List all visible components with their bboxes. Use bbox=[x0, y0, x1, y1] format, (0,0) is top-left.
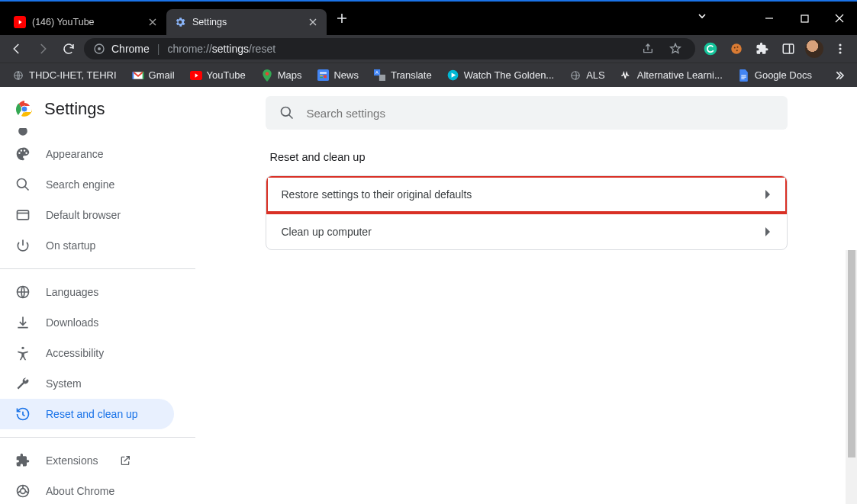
svg-point-38 bbox=[21, 489, 26, 494]
tab-settings[interactable]: Settings bbox=[166, 9, 327, 35]
chevron-right-icon bbox=[764, 189, 772, 200]
bookmarks-overflow[interactable] bbox=[826, 63, 851, 87]
bookmark-news[interactable]: News bbox=[311, 63, 365, 87]
shield-icon bbox=[15, 128, 31, 139]
nav-item-on-startup[interactable]: On startup bbox=[0, 230, 195, 261]
gmail-icon bbox=[132, 69, 144, 82]
svg-rect-9 bbox=[783, 44, 794, 53]
forward-button[interactable] bbox=[32, 38, 53, 59]
nav-item-extensions[interactable]: Extensions bbox=[0, 445, 195, 476]
section-title: Reset and clean up bbox=[270, 151, 794, 163]
settings-sidebar: Settings Appearance Search engine Defaul… bbox=[0, 87, 195, 504]
nav-label: About Chrome bbox=[46, 485, 114, 497]
nav-label: Accessibility bbox=[46, 347, 104, 359]
bookmark-watch-golden[interactable]: Watch The Golden... bbox=[441, 63, 561, 87]
tab-search-button[interactable] bbox=[697, 11, 707, 21]
nav-label: Extensions bbox=[46, 454, 98, 467]
nav-item-system[interactable]: System bbox=[0, 368, 195, 399]
nav-label: Appearance bbox=[46, 148, 104, 160]
svg-point-4 bbox=[704, 43, 717, 56]
close-icon[interactable] bbox=[147, 16, 159, 28]
nav-item-accessibility[interactable]: Accessibility bbox=[0, 338, 195, 368]
new-tab-button[interactable] bbox=[331, 8, 353, 29]
maximize-button[interactable] bbox=[787, 6, 822, 30]
bookmark-youtube[interactable]: YouTube bbox=[184, 63, 252, 87]
svg-rect-26 bbox=[742, 75, 746, 75]
gear-icon bbox=[174, 16, 186, 28]
profile-avatar[interactable] bbox=[804, 38, 825, 59]
row-clean-up-computer[interactable]: Clean up computer bbox=[266, 213, 787, 249]
search-input[interactable] bbox=[305, 106, 774, 120]
extension-grammarly-icon[interactable] bbox=[700, 38, 721, 59]
settings-page: Settings Appearance Search engine Defaul… bbox=[0, 87, 857, 504]
nav-divider bbox=[0, 268, 195, 269]
settings-title: Settings bbox=[44, 99, 105, 119]
row-label: Restore settings to their original defau… bbox=[282, 188, 472, 201]
nav-item-default-browser[interactable]: Default browser bbox=[0, 200, 195, 230]
bookmark-als[interactable]: ALS bbox=[563, 63, 611, 87]
nav-item-search-engine[interactable]: Search engine bbox=[0, 169, 195, 200]
bookmark-alternative-learning[interactable]: Alternative Learni... bbox=[614, 63, 729, 87]
bookmark-translate[interactable]: ATranslate bbox=[368, 63, 438, 87]
globe-icon bbox=[569, 69, 582, 82]
bookmark-maps[interactable]: Maps bbox=[255, 63, 308, 87]
extension-cookie-icon[interactable] bbox=[726, 38, 747, 59]
bookmark-docs[interactable]: Google Docs bbox=[732, 63, 818, 87]
tab-youtube[interactable]: (146) YouTube bbox=[6, 9, 166, 35]
settings-search[interactable] bbox=[266, 96, 788, 130]
svg-rect-34 bbox=[18, 210, 29, 220]
svg-point-5 bbox=[731, 43, 742, 54]
nav-item-downloads[interactable]: Downloads bbox=[0, 307, 195, 338]
docs-icon bbox=[738, 69, 750, 82]
back-button[interactable] bbox=[6, 38, 27, 59]
play-icon bbox=[447, 69, 459, 82]
svg-rect-16 bbox=[317, 69, 329, 81]
nav-label: Default browser bbox=[46, 209, 121, 221]
menu-button[interactable] bbox=[830, 38, 851, 59]
bookmarks-bar: THDC-IHET, TEHRI Gmail YouTube Maps News… bbox=[0, 63, 857, 87]
svg-rect-1 bbox=[801, 15, 808, 22]
share-icon[interactable] bbox=[637, 38, 659, 59]
omnibox-path: chrome://settings/reset bbox=[167, 43, 275, 55]
accessibility-icon bbox=[15, 345, 31, 361]
svg-point-39 bbox=[281, 108, 290, 117]
close-button[interactable] bbox=[822, 6, 857, 30]
svg-text:A: A bbox=[375, 70, 379, 75]
tab-strip: (146) YouTube Settings bbox=[0, 2, 353, 35]
bookmark-thdc[interactable]: THDC-IHET, TEHRI bbox=[6, 63, 123, 87]
globe-icon bbox=[15, 284, 31, 300]
nav-item-truncated[interactable] bbox=[0, 128, 195, 139]
nav-label: System bbox=[46, 377, 82, 390]
address-bar[interactable]: Chrome | chrome://settings/reset bbox=[84, 38, 695, 59]
row-restore-defaults[interactable]: Restore settings to their original defau… bbox=[266, 176, 787, 213]
nav-item-appearance[interactable]: Appearance bbox=[0, 139, 195, 169]
wave-icon bbox=[620, 69, 633, 82]
svg-rect-22 bbox=[379, 75, 385, 81]
site-info-icon[interactable] bbox=[93, 43, 105, 55]
reload-button[interactable] bbox=[58, 38, 79, 59]
settings-header: Settings bbox=[0, 96, 195, 119]
extension-icon bbox=[15, 453, 31, 468]
browser-toolbar: Chrome | chrome://settings/reset bbox=[0, 35, 857, 63]
nav-label: Languages bbox=[46, 286, 98, 298]
restore-icon bbox=[15, 406, 31, 422]
minimize-button[interactable] bbox=[752, 6, 787, 30]
wrench-icon bbox=[15, 376, 31, 391]
news-icon bbox=[317, 69, 329, 82]
side-panel-button[interactable] bbox=[778, 38, 799, 59]
window-controls bbox=[752, 2, 857, 35]
row-label: Clean up computer bbox=[282, 226, 372, 238]
nav-divider bbox=[0, 437, 195, 438]
svg-rect-28 bbox=[742, 78, 745, 79]
bookmark-gmail[interactable]: Gmail bbox=[126, 63, 181, 87]
power-icon bbox=[15, 238, 31, 253]
extensions-button[interactable] bbox=[752, 38, 773, 59]
close-icon[interactable] bbox=[307, 16, 319, 28]
nav-item-about[interactable]: About Chrome bbox=[0, 476, 195, 504]
globe-icon bbox=[12, 69, 24, 82]
nav-item-languages[interactable]: Languages bbox=[0, 277, 195, 307]
chrome-icon bbox=[15, 483, 31, 499]
nav-item-reset[interactable]: Reset and clean up bbox=[0, 399, 174, 429]
svg-point-36 bbox=[21, 347, 24, 349]
bookmark-star-icon[interactable] bbox=[665, 38, 686, 59]
